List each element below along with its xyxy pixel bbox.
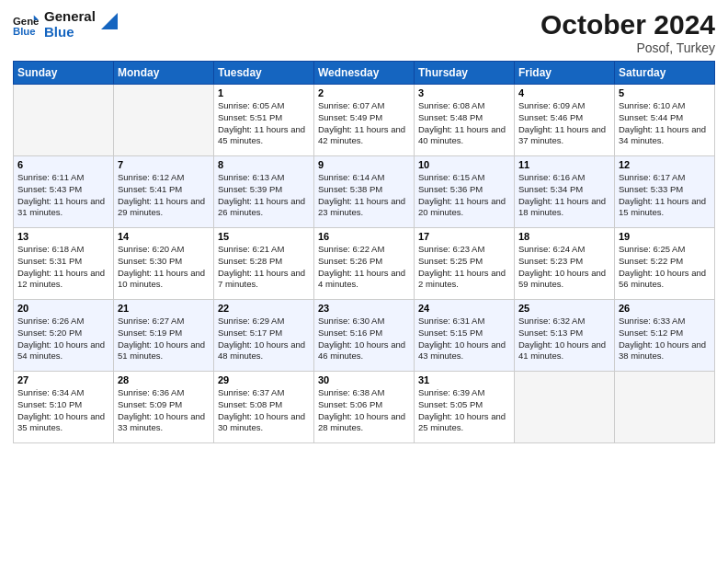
day-number: 23 [318, 303, 410, 314]
day-info: Sunrise: 6:26 AMSunset: 5:20 PMDaylight:… [17, 316, 109, 362]
day-info: Sunrise: 6:24 AMSunset: 5:23 PMDaylight:… [518, 244, 610, 291]
svg-text:Blue: Blue [13, 26, 36, 37]
weekday-header-tuesday: Tuesday [214, 62, 314, 85]
svg-marker-3 [101, 13, 118, 29]
day-number: 6 [17, 159, 109, 170]
day-info: Sunrise: 6:37 AMSunset: 5:08 PMDaylight:… [218, 387, 310, 434]
calendar-cell: 27Sunrise: 6:34 AMSunset: 5:10 PMDayligh… [14, 372, 114, 443]
title-block: October 2024 Posof, Turkey [540, 9, 715, 55]
day-info: Sunrise: 6:30 AMSunset: 5:16 PMDaylight:… [318, 316, 410, 362]
day-number: 19 [619, 231, 711, 242]
day-number: 21 [118, 303, 210, 314]
logo-icon: General Blue [13, 12, 39, 38]
day-number: 4 [518, 87, 610, 98]
day-number: 3 [418, 87, 510, 98]
week-row-3: 13Sunrise: 6:18 AMSunset: 5:31 PMDayligh… [14, 228, 715, 300]
day-number: 30 [318, 374, 410, 385]
weekday-header-sunday: Sunday [14, 62, 114, 85]
day-info: Sunrise: 6:16 AMSunset: 5:34 PMDaylight:… [518, 172, 610, 219]
day-number: 26 [619, 303, 711, 314]
weekday-header-monday: Monday [114, 62, 214, 85]
day-info: Sunrise: 6:07 AMSunset: 5:49 PMDaylight:… [318, 100, 410, 147]
day-info: Sunrise: 6:18 AMSunset: 5:31 PMDaylight:… [17, 244, 109, 291]
calendar-cell: 8Sunrise: 6:13 AMSunset: 5:39 PMDaylight… [214, 156, 314, 228]
day-info: Sunrise: 6:32 AMSunset: 5:13 PMDaylight:… [518, 316, 610, 362]
day-info: Sunrise: 6:11 AMSunset: 5:43 PMDaylight:… [17, 172, 109, 219]
week-row-1: 1Sunrise: 6:05 AMSunset: 5:51 PMDaylight… [14, 85, 715, 156]
day-info: Sunrise: 6:14 AMSunset: 5:38 PMDaylight:… [318, 172, 410, 219]
week-row-4: 20Sunrise: 6:26 AMSunset: 5:20 PMDayligh… [14, 300, 715, 372]
calendar-cell: 3Sunrise: 6:08 AMSunset: 5:48 PMDaylight… [415, 85, 515, 156]
calendar-cell: 28Sunrise: 6:36 AMSunset: 5:09 PMDayligh… [114, 372, 214, 443]
calendar-cell [615, 372, 715, 443]
day-info: Sunrise: 6:12 AMSunset: 5:41 PMDaylight:… [118, 172, 210, 219]
calendar-cell: 13Sunrise: 6:18 AMSunset: 5:31 PMDayligh… [14, 228, 114, 300]
day-number: 25 [518, 303, 610, 314]
day-number: 16 [318, 231, 410, 242]
calendar-cell: 24Sunrise: 6:31 AMSunset: 5:15 PMDayligh… [415, 300, 515, 372]
weekday-header-friday: Friday [515, 62, 615, 85]
calendar-cell: 31Sunrise: 6:39 AMSunset: 5:05 PMDayligh… [415, 372, 515, 443]
day-number: 18 [518, 231, 610, 242]
day-number: 7 [118, 159, 210, 170]
day-info: Sunrise: 6:38 AMSunset: 5:06 PMDaylight:… [318, 387, 410, 434]
day-number: 20 [17, 303, 109, 314]
logo-general: General [44, 9, 96, 25]
calendar-cell: 22Sunrise: 6:29 AMSunset: 5:17 PMDayligh… [214, 300, 314, 372]
day-info: Sunrise: 6:22 AMSunset: 5:26 PMDaylight:… [318, 244, 410, 291]
day-number: 27 [17, 374, 109, 385]
calendar-cell: 17Sunrise: 6:23 AMSunset: 5:25 PMDayligh… [415, 228, 515, 300]
day-info: Sunrise: 6:29 AMSunset: 5:17 PMDaylight:… [218, 316, 310, 362]
day-info: Sunrise: 6:25 AMSunset: 5:22 PMDaylight:… [619, 244, 711, 291]
day-number: 11 [518, 159, 610, 170]
calendar-cell: 21Sunrise: 6:27 AMSunset: 5:19 PMDayligh… [114, 300, 214, 372]
calendar-cell: 7Sunrise: 6:12 AMSunset: 5:41 PMDaylight… [114, 156, 214, 228]
calendar-cell: 23Sunrise: 6:30 AMSunset: 5:16 PMDayligh… [314, 300, 415, 372]
day-number: 13 [17, 231, 109, 242]
day-number: 9 [318, 159, 410, 170]
calendar-cell: 15Sunrise: 6:21 AMSunset: 5:28 PMDayligh… [214, 228, 314, 300]
calendar-cell [14, 85, 114, 156]
logo-triangle [101, 13, 118, 29]
week-row-2: 6Sunrise: 6:11 AMSunset: 5:43 PMDaylight… [14, 156, 715, 228]
page: General Blue General Blue October 2024 P… [0, 0, 728, 563]
day-number: 29 [218, 374, 310, 385]
calendar-cell: 30Sunrise: 6:38 AMSunset: 5:06 PMDayligh… [314, 372, 415, 443]
calendar-cell [515, 372, 615, 443]
day-number: 14 [118, 231, 210, 242]
weekday-header-saturday: Saturday [615, 62, 715, 85]
day-number: 22 [218, 303, 310, 314]
calendar-cell [114, 85, 214, 156]
calendar-cell: 4Sunrise: 6:09 AMSunset: 5:46 PMDaylight… [515, 85, 615, 156]
day-number: 17 [418, 231, 510, 242]
weekday-header-wednesday: Wednesday [314, 62, 415, 85]
day-info: Sunrise: 6:20 AMSunset: 5:30 PMDaylight:… [118, 244, 210, 291]
logo-blue: Blue [44, 25, 96, 40]
calendar-cell: 10Sunrise: 6:15 AMSunset: 5:36 PMDayligh… [415, 156, 515, 228]
calendar-cell: 20Sunrise: 6:26 AMSunset: 5:20 PMDayligh… [14, 300, 114, 372]
day-info: Sunrise: 6:08 AMSunset: 5:48 PMDaylight:… [418, 100, 510, 147]
day-number: 15 [218, 231, 310, 242]
day-number: 10 [418, 159, 510, 170]
logo: General Blue General Blue [13, 9, 118, 40]
month-title: October 2024 [540, 9, 715, 40]
calendar-cell: 6Sunrise: 6:11 AMSunset: 5:43 PMDaylight… [14, 156, 114, 228]
calendar-cell: 29Sunrise: 6:37 AMSunset: 5:08 PMDayligh… [214, 372, 314, 443]
day-info: Sunrise: 6:34 AMSunset: 5:10 PMDaylight:… [17, 387, 109, 434]
day-number: 12 [619, 159, 711, 170]
calendar-cell: 26Sunrise: 6:33 AMSunset: 5:12 PMDayligh… [615, 300, 715, 372]
location: Posof, Turkey [540, 40, 715, 55]
calendar-cell: 9Sunrise: 6:14 AMSunset: 5:38 PMDaylight… [314, 156, 415, 228]
day-info: Sunrise: 6:23 AMSunset: 5:25 PMDaylight:… [418, 244, 510, 291]
day-info: Sunrise: 6:21 AMSunset: 5:28 PMDaylight:… [218, 244, 310, 291]
day-info: Sunrise: 6:10 AMSunset: 5:44 PMDaylight:… [619, 100, 711, 147]
day-info: Sunrise: 6:31 AMSunset: 5:15 PMDaylight:… [418, 316, 510, 362]
day-info: Sunrise: 6:39 AMSunset: 5:05 PMDaylight:… [418, 387, 510, 434]
day-info: Sunrise: 6:17 AMSunset: 5:33 PMDaylight:… [619, 172, 711, 219]
day-number: 1 [218, 87, 310, 98]
calendar-cell: 19Sunrise: 6:25 AMSunset: 5:22 PMDayligh… [615, 228, 715, 300]
calendar-cell: 16Sunrise: 6:22 AMSunset: 5:26 PMDayligh… [314, 228, 415, 300]
day-info: Sunrise: 6:36 AMSunset: 5:09 PMDaylight:… [118, 387, 210, 434]
calendar-cell: 5Sunrise: 6:10 AMSunset: 5:44 PMDaylight… [615, 85, 715, 156]
calendar-cell: 12Sunrise: 6:17 AMSunset: 5:33 PMDayligh… [615, 156, 715, 228]
